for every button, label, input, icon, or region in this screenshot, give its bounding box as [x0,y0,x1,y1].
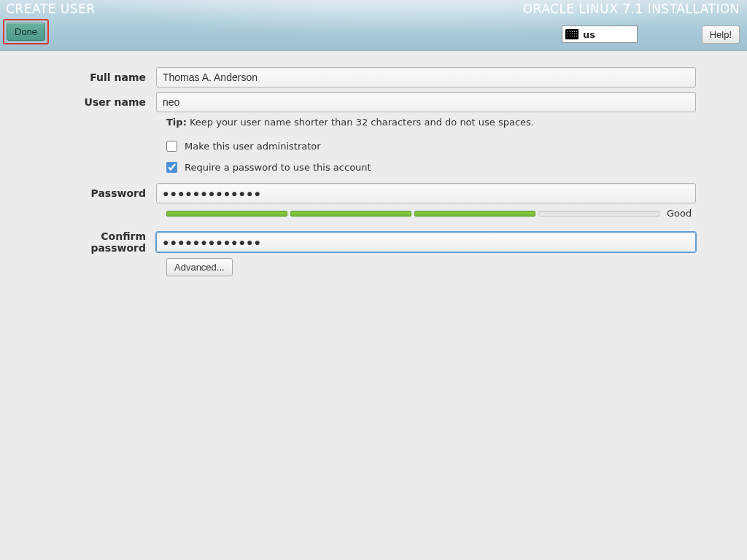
advanced-button[interactable]: Advanced... [166,258,233,276]
fullname-label: Full name [51,71,156,83]
strength-seg-2 [290,211,411,217]
create-user-form: Full name User name Tip: Keep your user … [0,51,747,276]
tip-prefix: Tip: [166,117,187,128]
keyboard-icon [565,29,578,39]
strength-seg-1 [166,211,287,217]
confirm-password-label: Confirm password [51,230,156,254]
strength-seg-4 [538,211,659,217]
password-strength-meter [166,211,659,217]
password-input[interactable] [156,183,696,203]
password-label: Password [51,187,156,199]
admin-checkbox[interactable] [166,141,177,152]
help-button[interactable]: Help! [702,26,740,44]
keyboard-layout-text: us [583,29,595,40]
require-password-label[interactable]: Require a password to use this account [185,162,371,173]
keyboard-layout-indicator[interactable]: us [562,26,638,43]
strength-seg-3 [414,211,535,217]
done-button[interactable]: Done [7,23,45,41]
fullname-input[interactable] [156,67,696,88]
username-tip: Tip: Keep your user name shorter than 32… [166,117,696,128]
username-label: User name [51,96,156,108]
admin-checkbox-label[interactable]: Make this user administrator [185,141,321,152]
password-strength-text: Good [667,208,696,219]
username-input[interactable] [156,92,696,112]
confirm-password-input[interactable] [156,232,696,252]
header-banner: CREATE USER ORACLE LINUX 7.1 INSTALLATIO… [0,0,747,51]
tip-text: Keep your user name shorter than 32 char… [187,117,534,128]
require-password-checkbox[interactable] [166,162,177,173]
screen-title: CREATE USER [6,1,96,16]
done-button-highlight: Done [3,19,49,44]
product-title: ORACLE LINUX 7.1 INSTALLATION [523,1,740,16]
